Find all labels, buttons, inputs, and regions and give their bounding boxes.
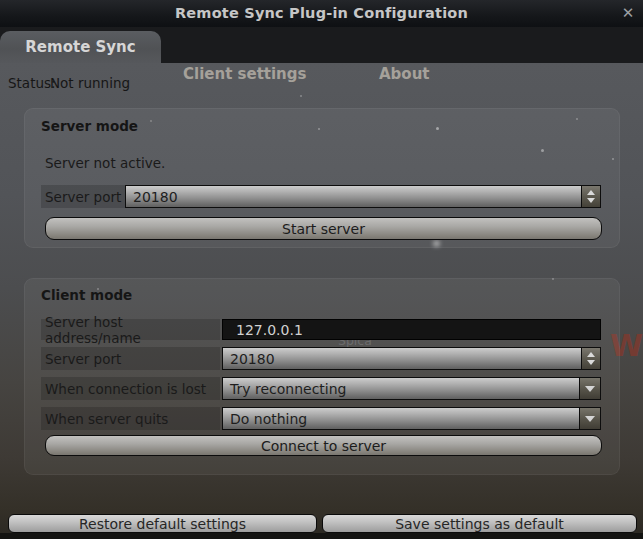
- close-button[interactable]: ✕: [618, 3, 638, 23]
- restore-defaults-button[interactable]: Restore default settings: [8, 514, 317, 533]
- server-port-label: Server port: [45, 189, 121, 205]
- server-quits-label-strip: When server quits: [41, 407, 220, 430]
- connection-lost-value: Try reconnecting: [230, 381, 347, 397]
- client-port-value: 20180: [230, 351, 275, 367]
- server-mode-group: Server mode Server not active. Server po…: [24, 108, 620, 248]
- dropdown-arrow-box: [579, 408, 600, 429]
- dialog-title: Remote Sync Plug-in Configuration: [0, 5, 643, 21]
- bottom-edge: [0, 533, 643, 539]
- server-host-label-strip: Server host address/name: [41, 319, 220, 340]
- connection-lost-label: When connection is lost: [45, 381, 206, 397]
- save-defaults-button[interactable]: Save settings as default: [322, 514, 637, 533]
- tab-remote-sync[interactable]: Remote Sync: [0, 31, 161, 63]
- spin-buttons: [581, 186, 600, 207]
- server-quits-label: When server quits: [45, 411, 168, 427]
- tab-client-settings[interactable]: Client settings: [183, 63, 306, 85]
- spin-up-button[interactable]: [587, 352, 595, 357]
- start-server-button[interactable]: Start server: [45, 217, 602, 240]
- tab-about[interactable]: About: [379, 63, 430, 85]
- server-quits-select[interactable]: Do nothing: [222, 407, 601, 430]
- spin-up-button[interactable]: [587, 190, 595, 195]
- connect-to-server-button[interactable]: Connect to server: [45, 435, 602, 456]
- connection-lost-select[interactable]: Try reconnecting: [222, 377, 601, 400]
- client-port-label-strip: Server port: [41, 347, 220, 370]
- server-host-input[interactable]: [222, 319, 601, 340]
- remote-sync-plugin-dialog: Jupiter Spica W Remote Sync Plug-in Conf…: [0, 0, 643, 539]
- client-mode-group: Client mode Server host address/name Ser…: [24, 278, 620, 475]
- status-value: Not running: [50, 75, 130, 91]
- client-mode-title: Client mode: [41, 287, 132, 303]
- chevron-down-icon: [585, 386, 595, 392]
- server-not-active-label: Server not active.: [45, 155, 165, 171]
- server-mode-title: Server mode: [41, 118, 138, 134]
- server-quits-value: Do nothing: [230, 411, 307, 427]
- server-port-spinbox[interactable]: 20180: [125, 185, 601, 208]
- client-port-label: Server port: [45, 351, 121, 367]
- server-port-value: 20180: [133, 189, 178, 205]
- status-label: Status:: [8, 75, 56, 91]
- connection-lost-label-strip: When connection is lost: [41, 377, 220, 400]
- server-port-label-strip: Server port: [41, 185, 125, 208]
- spin-down-button[interactable]: [587, 198, 595, 203]
- spin-buttons: [581, 348, 600, 369]
- client-port-spinbox[interactable]: 20180: [222, 347, 601, 370]
- dropdown-arrow-box: [579, 378, 600, 399]
- server-host-label: Server host address/name: [45, 314, 220, 346]
- title-bar[interactable]: Remote Sync Plug-in Configuration ✕: [0, 0, 643, 27]
- spin-down-button[interactable]: [587, 360, 595, 365]
- chevron-down-icon: [585, 416, 595, 422]
